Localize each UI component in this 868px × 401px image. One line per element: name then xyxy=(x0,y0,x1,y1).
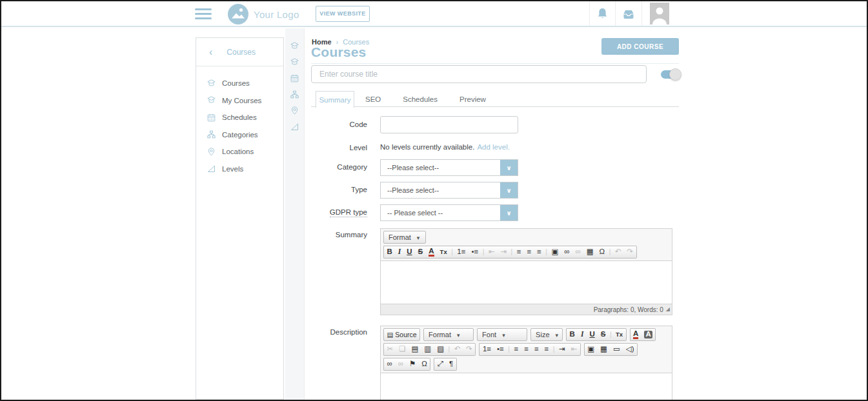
rail-item-courses[interactable] xyxy=(290,41,299,51)
category-select[interactable]: --Please select-- ∨ xyxy=(380,159,518,176)
remove-format-icon[interactable]: Tx xyxy=(613,328,627,341)
indent-icon[interactable]: ⇥ xyxy=(556,343,568,356)
rail-item-categories[interactable] xyxy=(290,90,299,99)
align-center-icon[interactable]: ≡ xyxy=(521,343,532,356)
cut-icon[interactable]: ✂ xyxy=(383,343,396,356)
size-combo[interactable]: Size xyxy=(530,328,563,341)
align-center-icon[interactable]: ≡ xyxy=(524,246,534,259)
indent-icon[interactable]: ⇥ xyxy=(498,246,510,259)
logo[interactable]: Your Logo xyxy=(227,3,299,26)
underline-icon[interactable]: U xyxy=(587,328,598,341)
align-right-icon[interactable]: ≡ xyxy=(534,246,545,259)
text-color-icon[interactable]: A xyxy=(426,246,437,259)
image-icon[interactable]: ▣ xyxy=(584,343,598,356)
table-icon[interactable]: ▦ xyxy=(583,246,596,259)
type-select[interactable]: --Please select-- ∨ xyxy=(380,182,518,199)
sidebar-item-label: Courses xyxy=(222,79,250,87)
view-website-button[interactable]: VIEW WEBSITE xyxy=(316,6,370,22)
remove-format-icon[interactable]: Tx xyxy=(437,246,450,259)
description-editor-content[interactable] xyxy=(381,373,672,401)
toggle-knob[interactable] xyxy=(669,68,681,81)
rail-item-schedules[interactable] xyxy=(290,73,299,83)
chevron-left-icon[interactable]: ‹ xyxy=(209,47,212,57)
bullet-list-icon[interactable]: •≡ xyxy=(494,343,507,356)
outdent-icon[interactable]: ⇤ xyxy=(568,343,581,356)
italic-icon[interactable]: I xyxy=(578,328,586,341)
strike-icon[interactable]: S xyxy=(598,328,609,341)
course-active-toggle[interactable] xyxy=(661,70,683,79)
sidebar-item-schedules[interactable]: Schedules xyxy=(196,109,283,126)
paste-icon[interactable]: ▤ xyxy=(409,343,421,356)
notifications-bell-icon[interactable] xyxy=(597,8,608,23)
sidebar-item-my-courses[interactable]: My Courses xyxy=(196,92,283,110)
ordered-list-icon[interactable]: 1≡ xyxy=(479,343,494,356)
outdent-icon[interactable]: ⇤ xyxy=(485,246,498,259)
undo-icon[interactable]: ↶ xyxy=(451,343,463,356)
horizontal-rule-icon[interactable]: ▭ xyxy=(610,343,623,356)
format-combo[interactable]: Format xyxy=(423,328,474,341)
unlink-icon[interactable]: ∞ xyxy=(572,246,583,259)
chevron-down-icon[interactable]: ∨ xyxy=(500,182,518,198)
unlink-icon[interactable]: ∞ xyxy=(395,358,406,371)
sidebar-item-categories[interactable]: Categories xyxy=(196,126,283,144)
link-icon[interactable]: ∞ xyxy=(561,246,572,259)
chevron-down-icon[interactable]: ∨ xyxy=(500,205,518,220)
paste-word-icon[interactable]: ▧ xyxy=(434,343,447,356)
level-row: No levels currently available.Add level. xyxy=(380,143,510,151)
text-color-icon[interactable]: A xyxy=(630,328,641,341)
resize-handle-icon[interactable]: ◢ xyxy=(666,307,670,312)
redo-icon[interactable]: ↷ xyxy=(463,343,476,356)
hamburger-menu-icon[interactable] xyxy=(195,8,212,19)
anchor-icon[interactable]: ⚑ xyxy=(406,358,418,371)
ordered-list-icon[interactable]: 1≡ xyxy=(454,246,469,259)
align-justify-icon[interactable]: ≡ xyxy=(541,343,552,356)
tab-schedules[interactable]: Schedules xyxy=(392,91,449,108)
source-button[interactable]: ▤ Source xyxy=(383,328,420,341)
align-left-icon[interactable]: ≡ xyxy=(511,343,521,356)
sitemap-icon xyxy=(290,90,299,99)
redo-icon[interactable]: ↷ xyxy=(624,246,637,259)
code-input[interactable] xyxy=(380,116,518,133)
bg-color-icon[interactable]: A xyxy=(641,328,656,341)
sidebar-item-locations[interactable]: Locations xyxy=(196,143,283,161)
bold-icon[interactable]: B xyxy=(383,246,395,259)
special-char-icon[interactable]: Ω xyxy=(419,358,431,371)
align-right-icon[interactable]: ≡ xyxy=(531,343,541,356)
bold-icon[interactable]: B xyxy=(566,328,578,341)
special-char-icon[interactable]: Ω xyxy=(596,246,608,259)
inbox-icon[interactable] xyxy=(622,10,635,22)
course-title-input[interactable] xyxy=(311,65,647,83)
format-combo[interactable]: Format xyxy=(383,231,426,244)
font-combo[interactable]: Font xyxy=(477,328,527,341)
summary-editor-content[interactable] xyxy=(381,260,672,304)
table-icon[interactable]: ▦ xyxy=(598,343,611,356)
tab-seo[interactable]: SEO xyxy=(354,91,392,108)
sidebar-item-levels[interactable]: Levels xyxy=(196,161,283,178)
align-left-icon[interactable]: ≡ xyxy=(514,246,524,259)
paste-text-icon[interactable]: ▥ xyxy=(421,343,434,356)
link-icon[interactable]: ∞ xyxy=(383,358,395,371)
add-level-link[interactable]: Add level. xyxy=(477,143,510,151)
maximize-icon[interactable]: ⤢ xyxy=(434,358,446,371)
underline-icon[interactable]: U xyxy=(404,246,415,259)
rail-item-levels[interactable] xyxy=(290,122,299,132)
sidebar-item-courses[interactable]: Courses xyxy=(196,75,283,92)
tab-preview[interactable]: Preview xyxy=(449,91,497,108)
strike-icon[interactable]: S xyxy=(415,246,426,259)
chevron-down-icon[interactable]: ∨ xyxy=(500,160,518,175)
add-course-button[interactable]: ADD COURSE xyxy=(601,38,679,55)
image-icon[interactable]: ▣ xyxy=(549,246,561,259)
bullet-list-icon[interactable]: •≡ xyxy=(469,246,481,259)
tab-summary[interactable]: Summary xyxy=(316,91,354,108)
undo-icon[interactable]: ↶ xyxy=(612,246,624,259)
copy-icon[interactable]: ❏ xyxy=(396,343,409,356)
show-blocks-icon[interactable]: ¶ xyxy=(447,358,457,371)
gdpr-type-select[interactable]: -- Please select -- ∨ xyxy=(380,204,518,221)
italic-icon[interactable]: I xyxy=(395,246,403,259)
sidebar-back[interactable]: ‹ Courses xyxy=(196,38,283,66)
rail-item-my-courses[interactable] xyxy=(290,57,299,67)
logo-image-icon xyxy=(227,3,249,25)
user-avatar[interactable] xyxy=(650,3,669,27)
rail-item-locations[interactable] xyxy=(290,106,299,115)
media-icon[interactable]: ◁) xyxy=(623,343,638,356)
